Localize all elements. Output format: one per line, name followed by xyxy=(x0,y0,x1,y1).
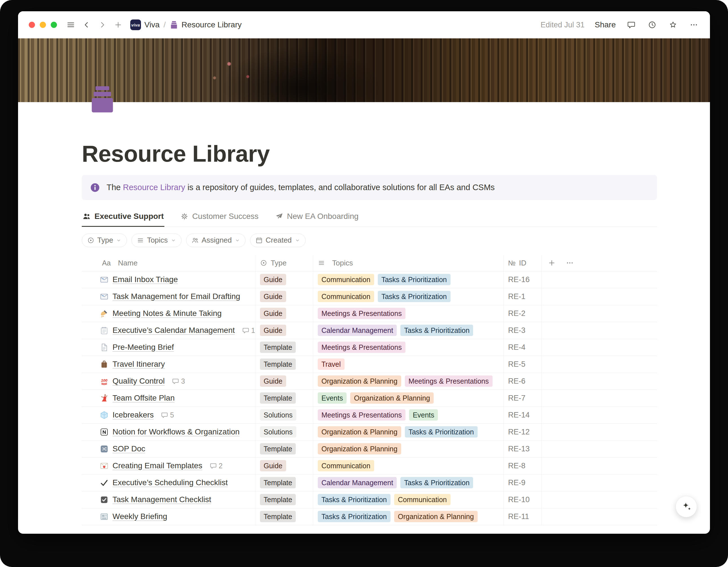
tab-customer-success[interactable]: Customer Success xyxy=(180,210,259,227)
topics-cell[interactable]: Tasks & PrioritizationCommunication xyxy=(313,491,503,508)
type-cell[interactable]: Guide xyxy=(255,322,313,339)
table-row[interactable]: Weekly BriefingTemplateTasks & Prioritiz… xyxy=(82,508,657,525)
type-cell[interactable]: Template xyxy=(255,491,313,508)
name-cell[interactable]: Team Offsite Plan xyxy=(82,390,255,407)
filter-topics[interactable]: Topics xyxy=(131,233,182,247)
table-row[interactable]: Executive’s Scheduling ChecklistTemplate… xyxy=(82,475,657,491)
filter-created[interactable]: Created xyxy=(250,233,306,247)
table-row[interactable]: Team Offsite PlanTemplateEventsOrganizat… xyxy=(82,390,657,407)
table-row[interactable]: SOP DocTemplateOrganization & PlanningRE… xyxy=(82,441,657,458)
table-row[interactable]: Email Inbox TriageGuideCommunicationTask… xyxy=(82,271,657,288)
topics-cell[interactable]: CommunicationTasks & Prioritization xyxy=(313,288,503,305)
new-tab-plus-icon[interactable] xyxy=(113,19,123,30)
type-cell[interactable]: Guide xyxy=(255,373,313,390)
column-header-type[interactable]: Type xyxy=(255,255,313,271)
comment-count-badge[interactable]: 1 xyxy=(242,327,255,335)
topics-cell[interactable]: Tasks & PrioritizationOrganization & Pla… xyxy=(313,508,503,525)
page-link[interactable]: Meeting Notes & Minute Taking xyxy=(112,309,222,318)
type-cell[interactable]: Guide xyxy=(255,271,313,288)
page-link[interactable]: Task Management for Email Drafting xyxy=(112,292,240,301)
type-cell[interactable]: Template xyxy=(255,339,313,356)
table-row[interactable]: Executive’s Calendar Management1GuideCal… xyxy=(82,322,657,339)
topics-cell[interactable]: Organization & Planning xyxy=(313,441,503,457)
comment-count-badge[interactable]: 5 xyxy=(161,411,174,419)
table-row[interactable]: 100Quality Control3GuideOrganization & P… xyxy=(82,373,657,390)
type-cell[interactable]: Template xyxy=(255,390,313,407)
back-arrow-icon[interactable] xyxy=(81,19,92,30)
page-link[interactable]: Quality Control xyxy=(112,377,165,386)
page-link[interactable]: Icebreakers xyxy=(112,411,154,420)
resource-library-link[interactable]: Resource Library xyxy=(123,183,185,192)
name-cell[interactable]: 100Quality Control3 xyxy=(82,373,255,390)
tab-new-ea-onboarding[interactable]: New EA Onboarding xyxy=(274,210,359,227)
type-cell[interactable]: Template xyxy=(255,441,313,457)
table-row[interactable]: Task Management ChecklistTemplateTasks &… xyxy=(82,491,657,508)
topics-cell[interactable]: Meetings & PresentationsEvents xyxy=(313,407,503,424)
favorite-star-icon[interactable] xyxy=(668,19,678,30)
page-link[interactable]: Executive’s Calendar Management xyxy=(112,326,235,335)
zoom-button[interactable] xyxy=(51,22,57,28)
column-header-name[interactable]: Aa Name xyxy=(82,255,255,271)
page-link[interactable]: Pre-Meeting Brief xyxy=(112,343,174,352)
comment-count-badge[interactable]: 2 xyxy=(210,462,223,470)
filter-assigned[interactable]: Assigned xyxy=(186,233,246,247)
page-link[interactable]: Email Inbox Triage xyxy=(112,275,178,284)
type-cell[interactable]: Guide xyxy=(255,305,313,322)
type-cell[interactable]: Template xyxy=(255,508,313,525)
history-clock-icon[interactable] xyxy=(647,19,658,30)
page-link[interactable]: Creating Email Templates xyxy=(112,461,202,470)
workspace-logo[interactable]: viva xyxy=(130,19,141,30)
name-cell[interactable]: Executive’s Calendar Management1 xyxy=(82,322,255,339)
type-cell[interactable]: Guide xyxy=(255,288,313,305)
page-link[interactable]: Travel Itinerary xyxy=(112,360,165,369)
breadcrumb-workspace[interactable]: Viva xyxy=(144,20,160,29)
page-archive-icon[interactable] xyxy=(87,83,117,115)
page-link[interactable]: SOP Doc xyxy=(112,444,145,453)
add-property-icon[interactable] xyxy=(548,259,556,267)
share-button[interactable]: Share xyxy=(595,20,616,29)
topics-cell[interactable]: CommunicationTasks & Prioritization xyxy=(313,271,503,288)
topics-cell[interactable]: Organization & PlanningTasks & Prioritiz… xyxy=(313,424,503,440)
table-options-icon[interactable] xyxy=(566,259,574,267)
comment-count-badge[interactable]: 3 xyxy=(172,377,185,385)
name-cell[interactable]: Task Management for Email Drafting xyxy=(82,288,255,305)
name-cell[interactable]: Executive’s Scheduling Checklist xyxy=(82,475,255,491)
table-row[interactable]: Icebreakers5SolutionsMeetings & Presenta… xyxy=(82,407,657,424)
name-cell[interactable]: Creating Email Templates2 xyxy=(82,458,255,474)
type-cell[interactable]: Solutions xyxy=(255,407,313,424)
topics-cell[interactable]: Organization & PlanningMeetings & Presen… xyxy=(313,373,503,390)
column-header-id[interactable]: № ID xyxy=(503,255,541,271)
table-row[interactable]: Travel ItineraryTemplateTravelRE-5 xyxy=(82,356,657,373)
topics-cell[interactable]: Calendar ManagementTasks & Prioritizatio… xyxy=(313,475,503,491)
table-row[interactable]: Task Management for Email DraftingGuideC… xyxy=(82,288,657,305)
table-row[interactable]: Pre-Meeting BriefTemplateMeetings & Pres… xyxy=(82,339,657,356)
topics-cell[interactable]: Travel xyxy=(313,356,503,373)
more-ellipsis-icon[interactable] xyxy=(689,19,699,30)
name-cell[interactable]: SOP Doc xyxy=(82,441,255,457)
table-row[interactable]: Creating Email Templates2GuideCommunicat… xyxy=(82,458,657,475)
table-row[interactable]: Meeting Notes & Minute TakingGuideMeetin… xyxy=(82,305,657,322)
page-link[interactable]: Team Offsite Plan xyxy=(112,394,175,403)
column-header-topics[interactable]: Topics xyxy=(313,255,503,271)
page-link[interactable]: Weekly Briefing xyxy=(112,512,167,521)
topics-cell[interactable]: EventsOrganization & Planning xyxy=(313,390,503,407)
type-cell[interactable]: Template xyxy=(255,475,313,491)
breadcrumb-page[interactable]: Resource Library xyxy=(182,20,242,29)
topics-cell[interactable]: Meetings & Presentations xyxy=(313,305,503,322)
name-cell[interactable]: Icebreakers5 xyxy=(82,407,255,424)
type-cell[interactable]: Solutions xyxy=(255,424,313,440)
name-cell[interactable]: Notion for Workflows & Organization xyxy=(82,424,255,440)
table-row[interactable]: Notion for Workflows & OrganizationSolut… xyxy=(82,424,657,441)
name-cell[interactable]: Pre-Meeting Brief xyxy=(82,339,255,356)
hamburger-icon[interactable] xyxy=(65,19,76,30)
topics-cell[interactable]: Calendar ManagementTasks & Prioritizatio… xyxy=(313,322,503,339)
topics-cell[interactable]: Meetings & Presentations xyxy=(313,339,503,356)
tab-executive-support[interactable]: Executive Support xyxy=(82,210,164,227)
comments-icon[interactable] xyxy=(626,19,637,30)
type-cell[interactable]: Guide xyxy=(255,458,313,474)
ai-assistant-button[interactable] xyxy=(676,496,697,517)
close-button[interactable] xyxy=(29,22,35,28)
page-link[interactable]: Executive’s Scheduling Checklist xyxy=(112,478,228,487)
name-cell[interactable]: Travel Itinerary xyxy=(82,356,255,373)
topics-cell[interactable]: Communication xyxy=(313,458,503,474)
